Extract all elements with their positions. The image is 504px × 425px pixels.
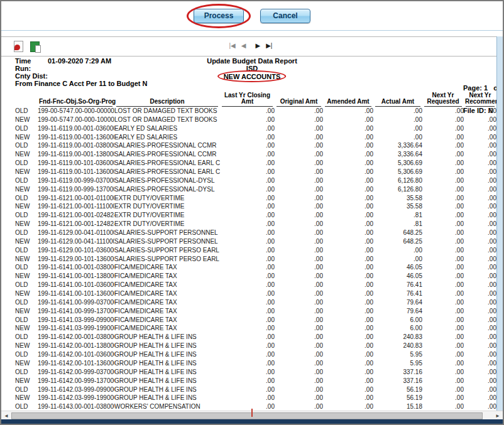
previous-page-icon[interactable]: ◀ [241, 41, 246, 50]
section-title: NEW ACCOUNTS [224, 73, 281, 80]
cell: .00 [275, 229, 323, 237]
cell: .00 [275, 133, 323, 142]
vertical-scrollbar[interactable] [496, 36, 503, 411]
time-run-label: Time Run: [15, 57, 48, 72]
pdf-export-icon[interactable] [14, 41, 23, 52]
cell: .00 [464, 237, 496, 246]
cell: 199-11-6141.03-999-099000 [38, 316, 114, 325]
cell: .00 [275, 246, 323, 255]
cell: .00 [220, 211, 275, 220]
cell: .00 [422, 124, 464, 133]
cell: .00 [220, 324, 275, 333]
next-page-icon[interactable]: ▶ [255, 41, 260, 50]
cell: .00 [464, 246, 496, 255]
cell: .00 [275, 185, 323, 194]
cell: FICA/MEDICARE TAX [114, 281, 220, 289]
cell: SALARIES-SUPPORT PERSO EARL CH [114, 255, 220, 264]
cell: .00 [464, 281, 496, 289]
horizontal-scrollbar[interactable]: ◄ ► [1, 411, 503, 420]
cell: .00 [464, 107, 496, 116]
cell: .00 [220, 194, 275, 203]
cell: NEW [15, 116, 38, 124]
cell: 199-11-6119.00-101-136000 [38, 168, 114, 176]
cell: NEW [15, 168, 38, 176]
cell: FICA/MEDICARE TAX [114, 289, 220, 298]
column-header-account: Fnd-Fnc-Obj.So-Org-Prog [38, 85, 114, 107]
cell: .00 [464, 220, 496, 229]
cell: .00 [323, 307, 373, 316]
cell: .00 [323, 394, 373, 402]
cell: 56.19 [373, 385, 422, 394]
cell: 199-11-6141.00-999-137000 [38, 307, 114, 316]
table-row: NEW199-11-6142.00-999-137000GROUP HEALTH… [15, 377, 496, 385]
cell: .00 [275, 237, 323, 246]
cell: .00 [220, 368, 275, 377]
cell: .00 [464, 289, 496, 298]
cell: .00 [464, 394, 496, 402]
table-row: NEW199-11-6119.00-101-136000SALARIES-PRO… [15, 168, 496, 176]
cnty-dist-label: Cnty Dist: [15, 72, 48, 80]
cell: .00 [275, 289, 323, 298]
cell: 15.18 [373, 402, 422, 411]
first-page-icon[interactable]: |◀ [229, 41, 235, 50]
cell: OLD [15, 194, 38, 203]
cell: .81 [373, 211, 422, 220]
cell: .00 [220, 124, 275, 133]
cell: .00 [323, 107, 373, 116]
cell: 3,336.64 [373, 150, 422, 159]
cell: .00 [220, 246, 275, 255]
last-page-icon[interactable]: ▶| [266, 41, 272, 50]
cell: .00 [220, 350, 275, 359]
cell: .00 [422, 272, 464, 281]
cell: 240.83 [373, 333, 422, 342]
report-title: Update Budget Data Report [207, 57, 297, 65]
window-bottom-bar [1, 419, 503, 424]
report-table: Fnd-Fnc-Obj.So-Org-Prog Description Last… [15, 85, 496, 411]
cell: GROUP HEALTH & LIFE INS [114, 350, 220, 359]
column-header-actual-amt: Actual Amt [373, 85, 422, 107]
cell: SALARIES-PROFESSIONAL CCMR [114, 150, 220, 159]
cell: .00 [220, 133, 275, 142]
cell: .00 [275, 350, 323, 359]
cell: .00 [422, 211, 464, 220]
report-header-center: Update Budget Data Report ISD NEW ACCOUN… [207, 57, 297, 80]
cell: .00 [275, 116, 323, 124]
cell: NEW [15, 220, 38, 229]
cell: .00 [422, 263, 464, 272]
cell: .00 [220, 289, 275, 298]
cell: OLD [15, 298, 38, 307]
cell: .00 [464, 307, 496, 316]
cell: 199-11-6129.00-101-136000 [38, 255, 114, 264]
cell: .00 [220, 298, 275, 307]
cell: WORKERS' COMPENSATION [114, 402, 220, 411]
cell: .00 [275, 176, 323, 185]
table-row: OLD199-11-6119.00-101-036000SALARIES-PRO… [15, 159, 496, 168]
cell: .00 [275, 141, 323, 150]
column-header-next-yr-recommend: Next YrRecommend [464, 85, 496, 107]
excel-export-icon[interactable] [30, 41, 40, 52]
cell: .00 [220, 116, 275, 124]
cell: .00 [275, 107, 323, 116]
process-button[interactable]: Process [194, 9, 244, 23]
cell: .00 [464, 402, 496, 411]
cell: .00 [464, 202, 496, 211]
cell: .00 [275, 168, 323, 176]
cell: NEW [15, 272, 38, 281]
cell: 79.64 [373, 298, 422, 307]
cell: .00 [275, 272, 323, 281]
cell: SALARIES-PROFESSIONAL EARL CHD [114, 159, 220, 168]
cell: .00 [323, 342, 373, 350]
cell: .00 [323, 272, 373, 281]
cell: .00 [422, 289, 464, 298]
cell: .00 [422, 237, 464, 246]
cell: 199-11-6129.00-041-011000 [38, 229, 114, 237]
cell: NEW [15, 237, 38, 246]
cancel-button[interactable]: Cancel [260, 9, 310, 23]
cell: .00 [323, 211, 373, 220]
horizontal-scrollbar-thumb[interactable] [11, 412, 483, 419]
cell: 240.83 [373, 342, 422, 350]
cell: .00 [220, 159, 275, 168]
cell: OLD [15, 385, 38, 394]
table-row: OLD199-11-6129.00-041-011000SALARIES-SUP… [15, 229, 496, 237]
cell: .00 [422, 342, 464, 350]
